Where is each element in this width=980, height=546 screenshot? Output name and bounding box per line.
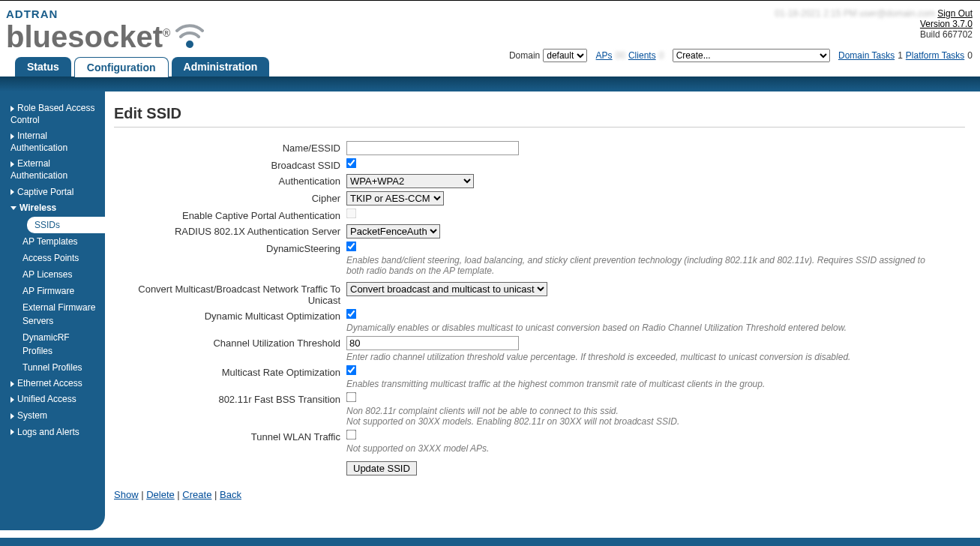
sidebar-item-ap-firmware[interactable]: AP Firmware (16, 283, 105, 299)
label-cut: Channel Utilization Threshold (114, 336, 346, 349)
action-links: Show | Delete | Create | Back (114, 489, 965, 500)
label-tunnel: Tunnel WLAN Traffic (114, 430, 346, 442)
chevron-right-icon (10, 106, 14, 112)
sidebar-item-access-points[interactable]: Access Points (16, 250, 105, 266)
domain-tasks-count: 1 (898, 50, 903, 61)
help-cut: Enter radio channel utilization threshol… (346, 352, 931, 362)
back-link[interactable]: Back (220, 489, 241, 500)
chevron-right-icon (10, 134, 14, 140)
mro-checkbox[interactable] (346, 365, 357, 376)
chevron-down-icon (10, 206, 16, 210)
chevron-right-icon (10, 429, 14, 435)
steering-checkbox[interactable] (346, 242, 357, 252)
label-mcast: Convert Multicast/Broadcast Network Traf… (114, 282, 346, 306)
sidebar-item-tunnel-profiles[interactable]: Tunnel Profiles (16, 359, 105, 376)
adtran-wordmark: ADTRAN (6, 8, 64, 20)
label-broadcast: Broadcast SSID (114, 158, 346, 171)
broadcast-checkbox[interactable] (346, 158, 357, 169)
sidebar-item-ext-firmware[interactable]: External Firmware Servers (16, 299, 105, 329)
label-cipher: Cipher (114, 191, 346, 204)
label-dmo: Dynamic Multicast Optimization (114, 309, 346, 322)
obscured-user: user@domain.com (859, 8, 935, 19)
build-text: Build 667702 (775, 29, 973, 40)
help-fbss-1: Non 802.11r complaint clients will not b… (346, 406, 931, 416)
footer: Powered by ADTRAN Bluesocket © 2021 ADTR… (0, 538, 980, 546)
create-link[interactable]: Create (182, 489, 211, 500)
sidebar-item-dynamicrf[interactable]: DynamicRF Profiles (16, 329, 105, 359)
mcast-select[interactable]: Convert broadcast and multicast to unica… (346, 282, 547, 296)
auth-select[interactable]: WPA+WPA2 (346, 174, 474, 188)
platform-tasks-link[interactable]: Platform Tasks (906, 50, 964, 61)
label-mro: Multicast Rate Optimization (114, 365, 346, 378)
name-input[interactable] (346, 141, 519, 155)
fbss-checkbox[interactable] (346, 392, 357, 403)
show-link[interactable]: Show (114, 489, 139, 500)
delete-link[interactable]: Delete (146, 489, 175, 500)
help-dmo: Dynamically enables or disables multicas… (346, 322, 931, 333)
svg-text:ADTRAN: ADTRAN (6, 8, 58, 20)
label-fbss: 802.11r Fast BSS Transition (114, 392, 346, 405)
sidebar-item-ap-licenses[interactable]: AP Licenses (16, 266, 105, 283)
captive-checkbox (346, 208, 357, 219)
tab-strip (0, 76, 980, 92)
sidebar-item-internal-auth[interactable]: Internal Authentication (0, 128, 105, 156)
sidebar-item-unified[interactable]: Unified Access (0, 392, 105, 408)
header: ADTRAN bluesocket® 01-18-2021 2:15 PM us… (0, 4, 980, 76)
create-select[interactable]: Create... (673, 49, 830, 62)
radius-select[interactable]: PacketFenceAuth (346, 224, 440, 238)
chevron-right-icon (10, 413, 14, 419)
subheader-bar: Domain default APs 00 Clients 0 Create..… (509, 49, 973, 62)
tab-administration[interactable]: Administration (172, 57, 270, 76)
platform-tasks-count: 0 (967, 50, 973, 61)
domain-select[interactable]: default (543, 49, 587, 62)
aps-count: 00 (616, 50, 625, 61)
sidebar-item-system[interactable]: System (0, 408, 105, 424)
tab-configuration[interactable]: Configuration (74, 57, 169, 77)
sidebar-item-ap-templates[interactable]: AP Templates (16, 233, 105, 250)
sidebar-item-captive[interactable]: Captive Portal (0, 184, 105, 201)
update-ssid-button[interactable]: Update SSID (346, 461, 417, 476)
aps-link[interactable]: APs (596, 50, 613, 61)
sidebar-item-wireless[interactable]: Wireless (0, 200, 105, 217)
help-fbss-2: Not supported on 30XX models. Enabling 8… (346, 416, 931, 427)
sidebar-item-logs[interactable]: Logs and Alerts (0, 424, 105, 441)
clients-link[interactable]: Clients (628, 50, 656, 61)
version-link[interactable]: Version 3.7.0 (920, 19, 973, 29)
sidebar-item-ssids[interactable]: SSIDs (27, 217, 105, 233)
wifi-icon (175, 20, 205, 50)
sidebar-item-ethernet[interactable]: Ethernet Access (0, 376, 105, 392)
bluesocket-wordmark: bluesocket® (6, 22, 170, 52)
chevron-right-icon (10, 397, 14, 403)
clients-count: 0 (659, 50, 664, 61)
chevron-right-icon (10, 189, 14, 195)
cipher-select[interactable]: TKIP or AES-CCM (346, 191, 444, 206)
label-radius: RADIUS 802.1X Authentication Server (114, 224, 346, 237)
page-title: Edit SSID (114, 105, 965, 122)
svg-point-1 (186, 40, 193, 48)
tunnel-checkbox[interactable] (346, 430, 357, 440)
obscured-timestamp: 01-18-2021 2:15 PM (775, 8, 856, 19)
label-steering: DynamicSteering (114, 242, 346, 254)
domain-label: Domain (509, 50, 540, 61)
chevron-right-icon (10, 161, 14, 167)
sidebar: Role Based Access Control Internal Authe… (0, 92, 105, 530)
sidebar-item-external-auth[interactable]: External Authentication (0, 156, 105, 184)
domain-tasks-link[interactable]: Domain Tasks (838, 50, 895, 61)
signout-link[interactable]: Sign Out (937, 8, 973, 19)
cut-input[interactable] (346, 336, 519, 350)
tab-status[interactable]: Status (15, 57, 71, 76)
sidebar-item-role[interactable]: Role Based Access Control (0, 100, 105, 128)
dmo-checkbox[interactable] (346, 309, 357, 320)
label-captive: Enable Captive Portal Authentication (114, 208, 346, 221)
label-auth: Authentication (114, 174, 346, 187)
label-name: Name/ESSID (114, 141, 346, 154)
help-steering: Enables band/client steering, load balan… (346, 255, 931, 276)
header-top-right: 01-18-2021 2:15 PM user@domain.com Sign … (775, 8, 973, 40)
main-content: Edit SSID Name/ESSID Broadcast SSID Auth… (105, 92, 980, 530)
help-tunnel: Not supported on 3XXX model APs. (346, 443, 931, 454)
chevron-right-icon (10, 381, 14, 387)
help-mro: Enables transmitting multicast traffic a… (346, 379, 931, 389)
